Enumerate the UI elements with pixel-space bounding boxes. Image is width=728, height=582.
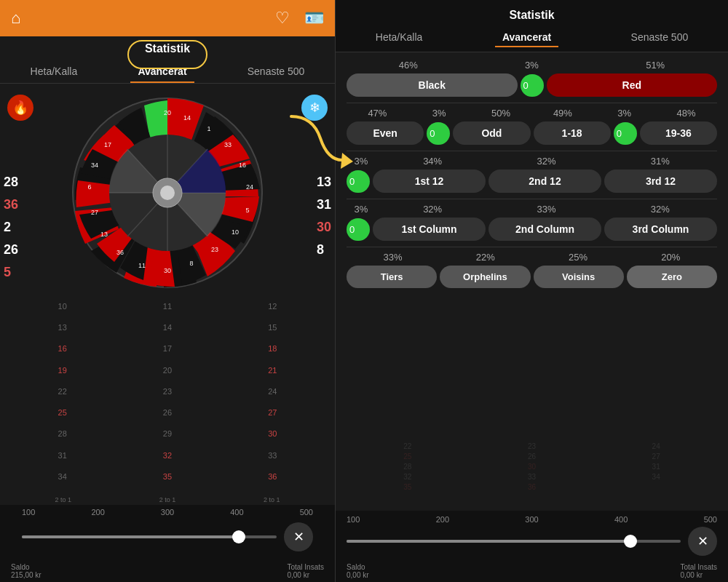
grid-num: 21 <box>221 366 324 385</box>
pct-33: 33% <box>489 204 603 215</box>
slider-fill-left <box>22 535 239 538</box>
zero-french-button[interactable]: Zero <box>627 266 717 288</box>
label-2to1-3: 2 to 1 <box>264 496 280 503</box>
saldo-text-left: Saldo <box>11 563 30 571</box>
svg-text:13: 13 <box>100 231 108 238</box>
buttons-row-3: 0 1st 12 2nd 12 3rd 12 <box>347 170 717 193</box>
pct-32-2: 32% <box>376 204 489 215</box>
close-button-left[interactable]: ✕ <box>284 522 313 551</box>
slider-track-left[interactable] <box>22 535 277 538</box>
left-num-4: 26 <box>4 242 18 258</box>
saldo-right: Saldo 0,00 kr <box>347 563 369 579</box>
pct-3-4: 3% <box>347 156 376 167</box>
left-num-1: 28 <box>4 175 18 190</box>
right-slider-labels: 100 200 300 400 500 <box>347 515 717 524</box>
left-num-5: 5 <box>4 265 18 280</box>
third-dozen-button[interactable]: 3rd 12 <box>604 170 717 193</box>
first-dozen-button[interactable]: 1st 12 <box>373 170 486 193</box>
heart-icon[interactable]: ♡ <box>275 9 290 28</box>
tab-senaste-left[interactable]: Senaste 500 <box>240 61 312 83</box>
tab-heta-kalla-left[interactable]: Heta/Kalla <box>23 61 85 83</box>
roulette-area: 🔥 ❄ 28 36 2 26 5 <box>0 87 335 298</box>
right-slider-fill <box>347 540 630 543</box>
grid-num: 17 <box>116 344 218 363</box>
tab-heta-kalla-right[interactable]: Heta/Kalla <box>368 28 430 47</box>
tab-avancerat-right[interactable]: Avancerat <box>495 28 558 47</box>
voisins-button[interactable]: Voisins <box>534 266 624 288</box>
pct-3-5: 3% <box>347 204 376 215</box>
first-column-button[interactable]: 1st Column <box>373 218 486 241</box>
right-slider-mark-1: 100 <box>347 515 360 524</box>
wallet-icon[interactable]: 🪪 <box>304 9 324 28</box>
grid-num: 23 <box>116 387 218 406</box>
svg-text:23: 23 <box>211 246 218 253</box>
label-row: 2 to 1 2 to 1 2 to 1 <box>0 495 335 505</box>
left-num-2: 36 <box>4 197 18 212</box>
total-insats-left: Total Insats 0,00 kr <box>287 563 324 579</box>
buttons-row-5: Tiers Orphelins Voisins Zero <box>347 266 717 288</box>
svg-text:24: 24 <box>246 183 253 191</box>
svg-text:16: 16 <box>239 162 246 169</box>
zero-button-1[interactable]: 0 <box>521 74 544 97</box>
stat-row-even-odd: 47% 3% 50% 49% 3% 48% Even 0 Odd 1-18 0 … <box>347 108 717 145</box>
snow-icon[interactable]: ❄ <box>301 95 328 121</box>
grid-num: 26 <box>116 408 218 427</box>
right-slider-mark-4: 400 <box>614 515 628 524</box>
pct-32-3: 32% <box>604 204 717 215</box>
right-numbers: 13 31 30 8 <box>317 175 331 258</box>
home-icon[interactable]: ⌂ <box>11 9 20 28</box>
grid-num: 15 <box>221 323 324 342</box>
red-button[interactable]: Red <box>547 73 718 97</box>
tab-senaste-right[interactable]: Senaste 500 <box>624 28 696 47</box>
third-column-button[interactable]: 3rd Column <box>604 218 717 241</box>
slider-mark: 300 <box>161 508 174 517</box>
grid-num: 29 <box>116 429 218 448</box>
even-button[interactable]: Even <box>347 121 424 145</box>
left-numbers: 28 36 2 26 5 <box>4 175 18 280</box>
grid-num: 19 <box>11 366 114 385</box>
tiers-button[interactable]: Tiers <box>347 266 437 288</box>
saldo-label-left: Saldo 215,00 kr <box>11 563 41 579</box>
zero-button-5[interactable]: 0 <box>347 218 370 241</box>
svg-text:11: 11 <box>138 262 146 269</box>
top-bar-icons: ♡ 🪪 <box>275 9 324 28</box>
pct-33-1: 33% <box>347 252 439 263</box>
right-slider-track[interactable] <box>347 540 681 543</box>
slider-area-left: ✕ <box>11 517 324 557</box>
zero-button-3[interactable]: 0 <box>614 122 637 145</box>
odd-button[interactable]: Odd <box>453 121 530 145</box>
svg-text:6: 6 <box>87 183 91 191</box>
svg-text:1: 1 <box>207 125 210 132</box>
grid-num: 32 <box>116 451 218 470</box>
right-slider-thumb[interactable] <box>624 535 637 548</box>
one-to-18-button[interactable]: 1-18 <box>534 121 611 145</box>
grid-num: 34 <box>11 472 114 491</box>
divider-4 <box>347 247 717 247</box>
svg-text:8: 8 <box>189 260 193 267</box>
zero-button-2[interactable]: 0 <box>427 122 450 145</box>
grid-num: 25 <box>11 408 114 427</box>
pct-3-1: 3% <box>470 60 594 71</box>
right-slider-mark-3: 300 <box>525 515 538 524</box>
tab-avancerat-left[interactable]: Avancerat <box>130 61 194 83</box>
svg-text:30: 30 <box>164 267 171 274</box>
roulette-wheel: 20 14 1 33 16 24 5 10 23 8 30 11 36 13 2… <box>69 95 266 291</box>
black-button[interactable]: Black <box>347 73 518 97</box>
grid-num: 31 <box>11 451 114 470</box>
close-button-right[interactable]: ✕ <box>688 527 717 556</box>
nineteen-to-36-button[interactable]: 19-36 <box>640 121 717 145</box>
orphelins-button[interactable]: Orphelins <box>440 266 530 288</box>
second-column-button[interactable]: 2nd Column <box>488 218 601 241</box>
zero-button-4[interactable]: 0 <box>347 170 370 193</box>
second-dozen-button[interactable]: 2nd 12 <box>488 170 601 193</box>
grid-num: 22 <box>11 387 114 406</box>
buttons-row-2: Even 0 Odd 1-18 0 19-36 <box>347 121 717 145</box>
grid-num: 18 <box>221 344 324 363</box>
pct-51: 51% <box>593 60 717 71</box>
pct-22: 22% <box>439 252 531 263</box>
pct-32-1: 32% <box>489 156 603 167</box>
fire-icon[interactable]: 🔥 <box>7 95 33 121</box>
grid-num: 20 <box>116 366 218 385</box>
slider-thumb-left[interactable] <box>232 530 245 543</box>
stat-row-dozens: 3% 34% 32% 31% 0 1st 12 2nd 12 3rd 12 <box>347 156 717 193</box>
